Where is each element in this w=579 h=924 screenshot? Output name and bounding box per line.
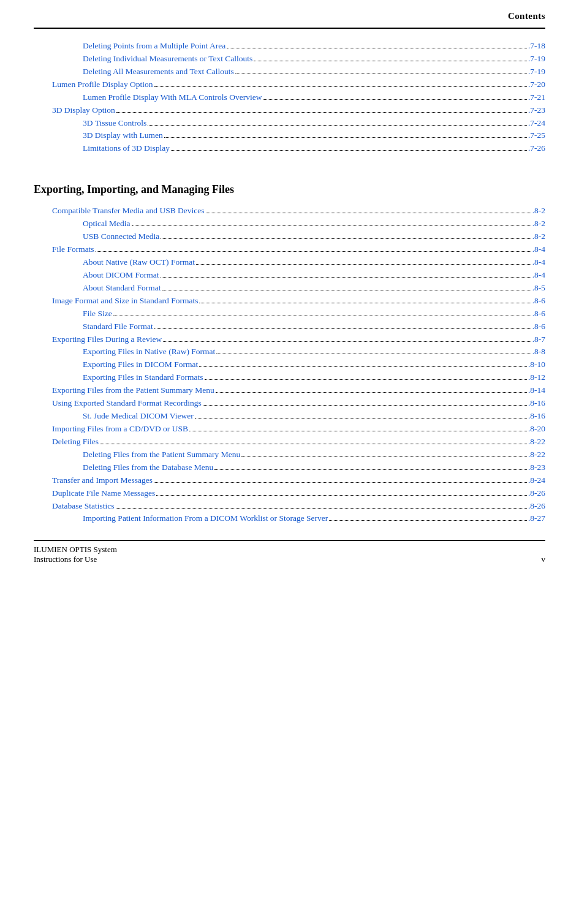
toc-entry: USB Connected Media.8-2 [34,230,545,243]
toc-entry: Optical Media.8-2 [34,218,545,230]
header-rule [34,28,545,29]
footer-left: ILUMIEN OPTIS System Instructions for Us… [34,545,117,564]
toc-entry: 3D Display with Lumen.7-25 [34,129,545,142]
section-heading: Exporting, Importing, and Managing Files [34,183,545,196]
toc-page-number: .8-2 [532,218,545,230]
toc-entry: Deleting Files from the Database Menu.8-… [34,461,545,474]
toc-dots [171,150,527,151]
toc-dots [100,444,527,444]
toc-dots [154,86,527,87]
toc-entry-link[interactable]: Compatible Transfer Media and USB Device… [52,205,205,218]
toc-entry: Lumen Profile Display With MLA Controls … [34,91,545,104]
toc-entry-link[interactable]: Lumen Profile Display Option [52,78,153,91]
toc-dots [203,405,527,406]
toc-entry: Exporting Files During a Review.8-7 [34,333,545,346]
toc-entry-link[interactable]: 3D Display with Lumen [83,129,163,142]
toc-entry-link[interactable]: Database Statistics [52,500,115,513]
toc-entry-link[interactable]: Deleting Files from the Patient Summary … [83,449,240,461]
toc-page-number: .8-6 [532,295,545,308]
toc-dots [199,366,527,367]
toc-entry: St. Jude Medical DICOM Viewer.8-16 [34,410,545,423]
toc-page-number: .8-10 [528,358,545,371]
toc-dots [164,137,527,138]
toc-entry-link[interactable]: Using Exported Standard Format Recording… [52,397,202,410]
toc-entry-link[interactable]: Deleting All Measurements and Text Callo… [83,66,234,78]
toc-dots [189,431,527,431]
toc-entry: Database Statistics.8-26 [34,500,545,513]
toc-entry-link[interactable]: Exporting Files in DICOM Format [83,358,198,371]
toc-dots [116,112,527,113]
toc-entry: Deleting Points from a Multiple Point Ar… [34,40,545,53]
footer-line2: Instructions for Use [34,555,117,564]
toc-dots [156,495,527,496]
toc-dots [96,251,531,252]
toc-page-number: .7-21 [528,91,545,104]
toc-dots [161,277,531,278]
toc-dots [263,99,526,100]
toc-entry: Lumen Profile Display Option.7-20 [34,78,545,91]
toc-entry: 3D Tissue Controls.7-24 [34,117,545,130]
toc-entry-link[interactable]: Importing Files from a CD/DVD or USB [52,423,188,436]
toc-entry-link[interactable]: Deleting Files from the Database Menu [83,461,213,474]
toc-entry-link[interactable]: Optical Media [83,218,131,230]
toc-entry-link[interactable]: Exporting Files in Standard Formats [83,371,203,384]
footer-right: v [542,555,546,564]
toc-dots [329,520,527,521]
toc-dots [154,328,531,329]
toc-entry-link[interactable]: Exporting Files During a Review [52,333,162,346]
toc-dots [148,125,527,126]
toc-entry-link[interactable]: Limitations of 3D Display [83,142,170,155]
toc-dots [216,354,531,354]
toc-dots [116,508,527,509]
toc-dots [195,418,527,418]
toc-page-number: .7-23 [528,104,545,117]
toc-entry-link[interactable]: Transfer and Import Messages [52,474,153,487]
toc-entry-link[interactable]: About Standard Format [83,282,161,295]
toc-entry: About Native (Raw OCT) Format.8-4 [34,256,545,269]
toc-entry-link[interactable]: About DICOM Format [83,269,159,282]
toc-page-number: .7-20 [528,78,545,91]
toc-page-number: .8-16 [528,410,545,423]
toc-dots [113,316,531,316]
toc-entry: Importing Files from a CD/DVD or USB.8-2… [34,423,545,436]
toc-page-number: .8-8 [532,346,545,358]
toc-entry-link[interactable]: Standard File Format [83,320,153,333]
toc-entry: Compatible Transfer Media and USB Device… [34,205,545,218]
toc-entry: File Size.8-6 [34,308,545,320]
toc-page-number: .8-22 [528,436,545,449]
toc-entry-link[interactable]: Importing Patient Information From a DIC… [83,512,328,525]
toc-entry-link[interactable]: Lumen Profile Display With MLA Controls … [83,91,262,104]
toc-page-number: .7-25 [528,129,545,142]
toc-page-number: .8-23 [528,461,545,474]
toc-page-number: .7-19 [528,53,545,66]
toc-entry: Exporting Files in Native (Raw) Format.8… [34,346,545,358]
toc-page-number: .8-12 [528,371,545,384]
toc-entry: Limitations of 3D Display.7-26 [34,142,545,155]
toc-dots [227,48,527,48]
toc-page-number: .8-14 [528,384,545,397]
toc-entry-link[interactable]: 3D Display Option [52,104,115,117]
toc-entry: About DICOM Format.8-4 [34,269,545,282]
toc-entry-link[interactable]: Exporting Files in Native (Raw) Format [83,346,215,358]
toc-entry-link[interactable]: St. Jude Medical DICOM Viewer [83,410,194,423]
toc-after-heading: Compatible Transfer Media and USB Device… [34,205,545,525]
toc-entry-link[interactable]: Exporting Files from the Patient Summary… [52,384,214,397]
toc-entry: Importing Patient Information From a DIC… [34,512,545,525]
toc-entry-link[interactable]: 3D Tissue Controls [83,117,146,130]
toc-entry-link[interactable]: Duplicate File Name Messages [52,487,155,500]
toc-entry-link[interactable]: About Native (Raw OCT) Format [83,256,195,269]
toc-entry: Standard File Format.8-6 [34,320,545,333]
toc-page-number: .8-6 [532,320,545,333]
toc-entry-link[interactable]: Deleting Individual Measurements or Text… [83,53,252,66]
toc-dots [162,290,531,290]
toc-entry-link[interactable]: File Size [83,308,112,320]
toc-entry-link[interactable]: USB Connected Media [83,230,159,243]
toc-entry: 3D Display Option.7-23 [34,104,545,117]
toc-dots [205,379,527,380]
toc-entry-link[interactable]: Deleting Files [52,436,99,449]
toc-entry: Exporting Files in Standard Formats.8-12 [34,371,545,384]
toc-entry-link[interactable]: Deleting Points from a Multiple Point Ar… [83,40,225,53]
spacer-before-heading [34,155,545,166]
toc-entry-link[interactable]: Image Format and Size in Standard Format… [52,295,198,308]
toc-entry-link[interactable]: File Formats [52,243,94,256]
